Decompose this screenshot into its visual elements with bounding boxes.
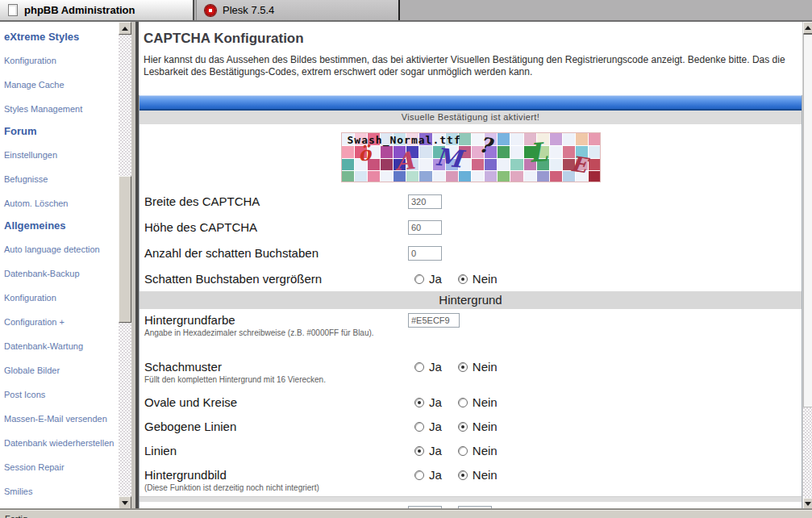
- captcha-tile: [589, 133, 600, 145]
- sidebar-item-konfiguration-styles[interactable]: Konfiguration: [4, 56, 56, 66]
- radio-ja-label[interactable]: Ja: [429, 444, 442, 457]
- sidebar-item-konfiguration[interactable]: Konfiguration: [4, 293, 56, 303]
- radio-nein-label[interactable]: Nein: [473, 444, 498, 457]
- radio-nein-label[interactable]: Nein: [473, 420, 498, 433]
- tab-label: Plesk 7.5.4: [223, 4, 274, 16]
- scrollbar-track[interactable]: [119, 323, 131, 496]
- admin-sidebar: eXtreme Styles Konfiguration Manage Cach…: [0, 22, 119, 510]
- radio-ja[interactable]: [414, 446, 424, 456]
- radio-nein-label[interactable]: Nein: [473, 272, 498, 286]
- status-text: Fertig: [5, 514, 27, 518]
- captcha-tile: [524, 171, 536, 182]
- scroll-up-button[interactable]: [119, 22, 131, 35]
- captcha-tile: [563, 133, 575, 145]
- field-label: Hintergrundfarbe: [144, 312, 406, 328]
- sidebar-item-einstellungen[interactable]: Einstellungen: [4, 150, 57, 161]
- form-row-hintergrundfarbe: Hintergrundfarbe Angabe in Hexadezimaler…: [139, 309, 802, 356]
- radio-group: Ja Nein: [408, 272, 509, 286]
- sidebar-item-befugnisse[interactable]: Befugnisse: [4, 174, 48, 185]
- captcha-tile: [550, 146, 562, 158]
- form-row-hintergrundbild: Hintergrundbild (Diese Funktion ist derz…: [139, 464, 802, 496]
- captcha-tile: [589, 159, 600, 171]
- sidebar-item-globale-bilder[interactable]: Globale Bilder: [4, 366, 60, 376]
- tab-phpbb-administration[interactable]: phpBB Administration: [0, 0, 194, 20]
- captcha-tile: [589, 146, 600, 158]
- field-label: Breite des CAPTCHA: [144, 194, 406, 209]
- sidebar-item-datenbank-backup[interactable]: Datenbank-Backup: [4, 269, 80, 279]
- radio-ja[interactable]: [414, 470, 424, 480]
- sidebar-item-configuration-plus[interactable]: Configuration +: [4, 317, 65, 328]
- captcha-tile: [510, 146, 523, 158]
- captcha-tile: [498, 133, 510, 145]
- captcha-tile: [381, 146, 393, 158]
- captcha-tile: [419, 159, 431, 171]
- scrollbar-thumb[interactable]: [119, 176, 131, 323]
- sidebar-header-allgemeines: Allgemeines: [4, 219, 117, 232]
- radio-nein[interactable]: [458, 274, 468, 284]
- sidebar-scrollbar[interactable]: [119, 22, 131, 510]
- form-row-hoehe: Höhe des CAPTCHA: [139, 216, 802, 242]
- sidebar-item-manage-cache[interactable]: Manage Cache: [4, 80, 65, 90]
- radio-nein-label[interactable]: Nein: [473, 395, 498, 409]
- radio-nein[interactable]: [458, 470, 468, 480]
- captcha-tile: [576, 133, 588, 145]
- sidebar-item-styles-management[interactable]: Styles Management: [4, 104, 82, 115]
- radio-nein[interactable]: [458, 362, 468, 372]
- sidebar-item-smilies[interactable]: Smilies: [4, 487, 32, 497]
- radio-ja[interactable]: [414, 398, 424, 407]
- sidebar-item-session-repair[interactable]: Session Repair: [4, 462, 65, 473]
- radio-nein[interactable]: [458, 446, 468, 456]
- radio-ja-label[interactable]: Ja: [429, 420, 442, 433]
- radio-nein-label[interactable]: Nein: [473, 468, 498, 482]
- captcha-tile: [368, 171, 380, 182]
- captcha-tile: [498, 146, 510, 158]
- radio-ja-label[interactable]: Ja: [429, 468, 442, 482]
- radio-ja-label[interactable]: Ja: [429, 360, 442, 374]
- scrollbar-track[interactable]: [803, 407, 812, 498]
- radio-ja-label[interactable]: Ja: [429, 272, 442, 286]
- scroll-down-button[interactable]: [803, 498, 812, 510]
- main-scrollbar[interactable]: [802, 22, 812, 518]
- radio-ja[interactable]: [414, 422, 424, 432]
- radio-ja-label[interactable]: Ja: [429, 395, 442, 409]
- sidebar-item-datenbank-wartung[interactable]: Datenbank-Wartung: [4, 341, 83, 352]
- captcha-tile: [498, 171, 510, 182]
- captcha-tile: [381, 159, 393, 171]
- sidebar-item-post-icons[interactable]: Post Icons: [4, 390, 45, 400]
- breite-input[interactable]: [408, 194, 442, 209]
- hintergrundfarbe-input[interactable]: [408, 313, 460, 328]
- radio-ja[interactable]: [414, 274, 424, 284]
- radio-ja[interactable]: [414, 362, 424, 372]
- radio-nein-label[interactable]: Nein: [473, 360, 498, 374]
- hoehe-input[interactable]: [408, 220, 442, 235]
- scroll-up-button[interactable]: [803, 22, 812, 34]
- sidebar-item-datenbank-wiederherstellen[interactable]: Datenbank wiederherstellen: [4, 438, 114, 449]
- field-label: Hintergrundbild: [144, 467, 406, 482]
- captcha-tile: [485, 159, 497, 171]
- captcha-tile: [510, 133, 523, 145]
- scrollbar-track[interactable]: [119, 35, 131, 176]
- tab-plesk[interactable]: Plesk 7.5.4: [196, 0, 400, 20]
- scrollbar-thumb[interactable]: [803, 34, 812, 407]
- radio-nein[interactable]: [458, 398, 468, 407]
- captcha-preview-image: Swash_Normal.ttf öAM?LE: [341, 132, 601, 182]
- sidebar-item-massen-email[interactable]: Massen-E-Mail versenden: [4, 414, 107, 424]
- captcha-tile: [510, 159, 523, 171]
- captcha-tile: [342, 159, 354, 171]
- scroll-down-button[interactable]: [119, 496, 131, 509]
- schatten-anzahl-input[interactable]: [408, 246, 442, 261]
- page-icon: [8, 4, 18, 16]
- captcha-tile: [419, 146, 431, 158]
- section-separator: [139, 496, 802, 502]
- form-row-breite: Breite des CAPTCHA: [139, 190, 802, 216]
- sidebar-item-autom-loeschen[interactable]: Autom. Löschen: [4, 198, 69, 209]
- field-helper: Angabe in Hexadezimaler schreibweise (z.…: [144, 328, 406, 338]
- blue-header-bar: [139, 95, 802, 111]
- radio-nein[interactable]: [458, 422, 468, 432]
- captcha-letter-glyph: A: [394, 148, 414, 174]
- frame-divider[interactable]: [131, 22, 139, 510]
- sidebar-item-auto-language-detection[interactable]: Auto language detection: [4, 244, 100, 255]
- captcha-letter-glyph: E: [569, 153, 588, 177]
- tab-label: phpBB Administration: [24, 4, 135, 16]
- captcha-tile: [537, 171, 549, 182]
